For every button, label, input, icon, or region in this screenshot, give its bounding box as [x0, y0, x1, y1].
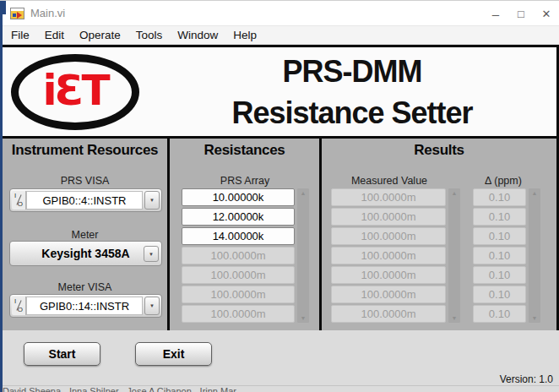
menu-window[interactable]: Window: [170, 27, 225, 43]
measured-value-item: 100.0000m: [331, 188, 446, 206]
main-vi-window: Main.vi – □ ✕ File Edit Operate Tools Wi…: [0, 0, 559, 392]
meter-dropdown-button[interactable]: ▼: [144, 246, 159, 262]
prs-visa-dropdown-button[interactable]: ▼: [144, 191, 160, 210]
close-button[interactable]: ✕: [534, 1, 559, 26]
prs-visa-value[interactable]: GPIB0::4::INSTR: [26, 191, 143, 210]
prs-array-item[interactable]: 12.00000k: [182, 208, 295, 226]
menu-operate[interactable]: Operate: [72, 27, 128, 43]
delta-ppm-list: 0.100.100.100.100.100.100.10: [473, 188, 526, 323]
meter-select[interactable]: Keysight 3458A ▼: [9, 241, 162, 266]
prs-visa-label: PRS VISA: [3, 175, 167, 187]
window-title: Main.vi: [30, 7, 65, 19]
prs-array-label: PRS Array: [170, 175, 320, 187]
start-button[interactable]: Start: [24, 342, 100, 366]
panels-row: Instrument Resources PRS VISA IO GPIB0::…: [3, 136, 556, 330]
iet-logo-text: iƐT: [42, 69, 107, 112]
credits-text: David Sheena - Inna Shilner - Jose A Cib…: [3, 386, 236, 392]
menu-help[interactable]: Help: [225, 27, 264, 43]
measured-value-item: 100.0000m: [331, 286, 446, 303]
delta-ppm-scrollbar[interactable]: ▲ ▼: [529, 188, 540, 323]
menu-tools[interactable]: Tools: [128, 27, 171, 43]
prs-array-item[interactable]: 10.00000k: [182, 188, 295, 206]
measured-value-item: 100.0000m: [331, 266, 446, 284]
menu-edit[interactable]: Edit: [37, 27, 72, 43]
header: iƐT PRS-DMM Resistance Setter: [3, 47, 556, 136]
measured-value-list: 100.0000m100.0000m100.0000m100.0000m100.…: [331, 188, 446, 323]
delta-ppm-label: Δ (ppm): [465, 175, 541, 187]
delta-ppm-item: 0.10: [473, 247, 526, 264]
measured-value-item: 100.0000m: [331, 208, 446, 226]
menu-file[interactable]: File: [3, 27, 37, 43]
panel-resistances: Resistances PRS Array 10.00000k12.00000k…: [170, 139, 322, 330]
panel-instrument-resources: Instrument Resources PRS VISA IO GPIB0::…: [3, 139, 170, 330]
window-border-accent: [0, 1, 3, 392]
delta-ppm-item: 0.10: [473, 286, 526, 303]
results-title: Results: [322, 142, 556, 159]
prs-array-list: 10.00000k12.00000k14.00000k100.0000m100.…: [182, 188, 295, 323]
prs-array-scrollbar[interactable]: ▲ ▼: [297, 188, 309, 323]
panel-results: Results Measured Value 100.0000m100.0000…: [322, 139, 556, 330]
delta-ppm-item: 0.10: [473, 227, 526, 245]
meter-visa-dropdown-button[interactable]: ▼: [144, 297, 160, 315]
delta-ppm-item: 0.10: [473, 305, 526, 323]
version-label: Version: 1.0: [500, 373, 553, 385]
exit-button[interactable]: Exit: [135, 342, 212, 366]
bottom-bar: Start Exit Version: 1.0 David Sheena - I…: [0, 330, 559, 392]
prs-array-item: 100.0000m: [182, 247, 295, 264]
menubar: File Edit Operate Tools Window Help: [0, 26, 559, 45]
scroll-down-icon[interactable]: ▼: [532, 315, 538, 321]
scroll-down-icon[interactable]: ▼: [452, 315, 458, 321]
io-icon: IO: [12, 297, 26, 315]
io-icon: IO: [12, 191, 26, 210]
meter-visa-value[interactable]: GPIB0::14::INSTR: [26, 297, 143, 315]
scroll-up-icon[interactable]: ▲: [532, 190, 538, 196]
prs-array-item: 100.0000m: [182, 286, 295, 303]
minimize-button[interactable]: –: [483, 1, 508, 26]
measured-value-scrollbar[interactable]: ▲ ▼: [448, 188, 460, 323]
chevron-down-icon: ▼: [149, 198, 155, 203]
chevron-down-icon: ▼: [149, 303, 155, 308]
prs-visa-control: IO GPIB0::4::INSTR ▼: [9, 188, 162, 212]
delta-ppm-item: 0.10: [473, 208, 526, 226]
measured-value-label: Measured Value: [322, 175, 457, 187]
measured-value-item: 100.0000m: [331, 305, 446, 323]
iet-logo: iƐT: [11, 54, 139, 130]
scroll-up-icon[interactable]: ▲: [301, 190, 307, 196]
window-controls: – □ ✕: [483, 1, 559, 26]
meter-visa-control: IO GPIB0::14::INSTR ▼: [9, 294, 162, 318]
scroll-up-icon[interactable]: ▲: [452, 190, 458, 196]
app-title-line2: Resistance Setter: [148, 92, 556, 133]
measured-value-item: 100.0000m: [331, 247, 446, 264]
scroll-down-icon[interactable]: ▼: [301, 315, 307, 321]
resistances-title: Resistances: [170, 142, 319, 159]
app-title: PRS-DMM Resistance Setter: [148, 51, 556, 133]
front-panel: iƐT PRS-DMM Resistance Setter Instrument…: [0, 45, 559, 330]
delta-ppm-item: 0.10: [473, 188, 526, 206]
instrument-resources-title: Instrument Resources: [3, 142, 167, 159]
prs-array-item[interactable]: 14.00000k: [182, 227, 295, 245]
meter-value: Keysight 3458A: [10, 242, 161, 265]
measured-value-item: 100.0000m: [331, 227, 446, 245]
maximize-button[interactable]: □: [508, 1, 534, 26]
meter-label: Meter: [3, 229, 167, 241]
labview-app-icon: [10, 8, 24, 19]
titlebar: Main.vi – □ ✕: [0, 1, 559, 26]
prs-array-item: 100.0000m: [182, 305, 295, 323]
meter-visa-label: Meter VISA: [3, 281, 167, 293]
chevron-down-icon: ▼: [149, 252, 154, 257]
app-title-line1: PRS-DMM: [148, 51, 556, 92]
delta-ppm-item: 0.10: [473, 266, 526, 284]
prs-array-item: 100.0000m: [182, 266, 295, 284]
window-border-corner: [0, 1, 6, 14]
